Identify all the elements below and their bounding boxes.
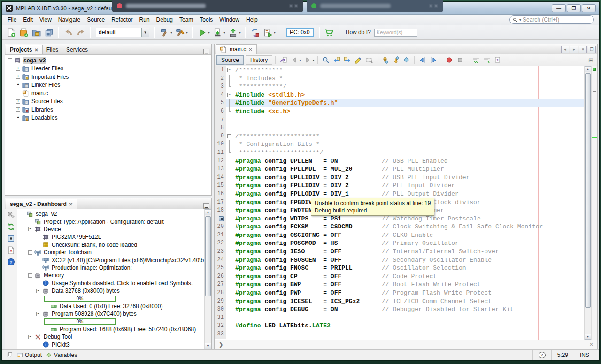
line-number-gutter[interactable]: 28 <box>215 289 226 297</box>
code-text[interactable]: #pragma config FCKSM = CSDCMD // Clock S… <box>233 223 597 231</box>
code-line[interactable]: 22#pragma config POSCMOD = HS // Primary… <box>215 239 597 248</box>
code-line[interactable]: #pragma config WDTPS = PS1 // Watchdog T… <box>215 215 597 223</box>
line-number-gutter[interactable]: 15 <box>215 182 226 190</box>
scroll-up-icon[interactable]: ▲ <box>585 66 591 72</box>
code-text[interactable]: /************ <box>233 66 597 75</box>
dropdown-arrow-icon[interactable]: ▾ <box>299 58 301 62</box>
code-line[interactable]: 7 <box>215 116 597 124</box>
output-window-button[interactable]: Output <box>16 352 42 358</box>
tree-row[interactable]: −Compiler Toolchain <box>17 249 204 256</box>
menu-debug[interactable]: Debug <box>153 15 176 24</box>
dashboard-tab-close-icon[interactable]: ✕ <box>69 202 73 207</box>
code-line[interactable]: 8 <box>215 124 597 132</box>
fold-column[interactable] <box>226 273 233 281</box>
menu-view[interactable]: View <box>36 15 55 24</box>
scroll-down-icon[interactable]: ▼ <box>205 343 211 349</box>
fold-column[interactable] <box>226 99 233 107</box>
tab-scroll-right-icon[interactable]: ▸ <box>570 46 578 53</box>
code-text[interactable]: #include <stdlib.h> <box>233 91 597 99</box>
find-next-button[interactable] <box>342 55 352 65</box>
tab-files[interactable]: Files <box>43 45 62 54</box>
expand-handle-icon[interactable]: + <box>16 99 20 104</box>
fold-column[interactable] <box>226 231 233 240</box>
tree-row[interactable]: Checksum: Blank, no code loaded <box>17 241 204 249</box>
line-number-gutter[interactable]: 18 <box>215 206 226 215</box>
breakpoints-icon[interactable] <box>7 235 15 243</box>
tree-row[interactable]: −Device <box>17 226 204 233</box>
line-number-gutter[interactable]: 20 <box>215 223 226 231</box>
code-line[interactable]: 11 **********************/ <box>215 149 597 157</box>
code-line[interactable]: 6#include <xc.h> <box>215 107 597 116</box>
next-occurrence-button[interactable] <box>391 55 401 65</box>
code-text[interactable]: #pragma config UPLLEN = ON // USB PLL En… <box>233 157 597 166</box>
code-line[interactable]: 27#pragma config BWP = OFF // Boot Flash… <box>215 281 597 289</box>
fold-column[interactable] <box>226 239 233 248</box>
menu-refactor[interactable]: Refactor <box>108 15 136 24</box>
error-stripe[interactable] <box>591 66 597 340</box>
collapse-handle-icon[interactable]: − <box>28 227 32 231</box>
source-view-button[interactable]: Source <box>216 55 244 65</box>
code-text[interactable]: #pragma config FPLLIDIV = DIV_2 // PLL I… <box>233 182 597 190</box>
fold-column[interactable]: − <box>226 66 233 75</box>
help-on-code-button[interactable]: ? <box>493 55 502 65</box>
line-number-gutter[interactable]: 27 <box>215 281 226 289</box>
debug-list-button[interactable] <box>262 27 273 38</box>
comment-button[interactable] <box>471 55 481 65</box>
fold-column[interactable] <box>226 107 233 116</box>
line-number-gutter[interactable]: 17 <box>215 198 226 207</box>
collapse-handle-icon[interactable]: − <box>28 250 32 255</box>
refresh-debug-button[interactable] <box>249 27 261 38</box>
code-line[interactable]: 4−#include <stdlib.h> <box>215 91 597 99</box>
code-line[interactable]: 23#pragma config IESO = OFF // Internal/… <box>215 248 597 256</box>
fold-column[interactable] <box>226 75 233 83</box>
changed-line-mark[interactable] <box>592 137 597 138</box>
collapse-handle-icon[interactable]: − <box>28 273 32 278</box>
code-text[interactable]: #pragma config OSCIOFNC = OFF // CLKO En… <box>233 231 597 240</box>
code-line[interactable]: 13#pragma config FPLLMUL = MUL_20 // PLL… <box>215 165 597 174</box>
code-line[interactable]: 10 * Configuration Bits * <box>215 140 597 149</box>
line-number-gutter[interactable] <box>215 215 226 223</box>
tab-dashboard[interactable]: sega_v2 - Dashboard ✕ <box>6 199 77 209</box>
collapse-handle-icon[interactable]: − <box>28 335 32 339</box>
search-input[interactable] <box>523 16 591 23</box>
scrollbar-thumb[interactable] <box>205 216 211 296</box>
tree-row[interactable]: XC32 (v1.40) [C:\Program Files (x86)\Mic… <box>17 256 204 264</box>
fold-collapse-icon[interactable]: − <box>227 134 231 138</box>
fold-column[interactable] <box>226 330 233 339</box>
code-text[interactable]: #pragma config UPLLIDIV = DIV_2 // USB P… <box>233 174 597 182</box>
stop-macro-button[interactable] <box>455 55 465 65</box>
code-text[interactable]: * Includes * <box>233 75 597 83</box>
tree-row[interactable]: +Loadables <box>5 114 211 122</box>
tab-services[interactable]: Services <box>62 45 92 54</box>
line-number-gutter[interactable]: 8 <box>215 124 226 132</box>
tree-row[interactable]: PICkit3 <box>17 341 204 349</box>
redo-button[interactable] <box>75 27 86 38</box>
dropdown-arrow-icon[interactable]: ▾ <box>239 30 241 35</box>
line-number-gutter[interactable]: 14 <box>215 174 226 182</box>
save-all-button[interactable] <box>43 27 54 38</box>
line-number-gutter[interactable]: 21 <box>215 231 226 240</box>
dropdown-arrow-icon[interactable]: ▾ <box>223 30 225 35</box>
fold-column[interactable] <box>226 83 233 91</box>
menu-file[interactable]: File <box>4 15 20 24</box>
code-line[interactable]: 28#pragma config PWP = OFF // Program Fl… <box>215 289 597 297</box>
code-text[interactable]: ************/ <box>233 83 597 91</box>
editor-scrollbar[interactable]: ▲ ▼ <box>584 66 591 340</box>
code-line[interactable]: 30#pragma config DEBUG = ON // Debugger … <box>215 305 597 314</box>
code-line[interactable]: 3 ************/ <box>215 83 597 91</box>
line-number-gutter[interactable]: 11 <box>215 149 226 157</box>
line-number-gutter[interactable]: 6 <box>215 107 226 116</box>
build-button[interactable] <box>159 27 170 38</box>
undo-button[interactable] <box>62 27 74 38</box>
pdf-icon[interactable]: A <box>7 246 15 255</box>
tree-row[interactable]: −Debug Tool <box>17 333 204 341</box>
tab-close-icon[interactable]: ✕ <box>34 47 38 53</box>
fold-column[interactable] <box>226 289 233 297</box>
code-line[interactable]: 20#pragma config FCKSM = CSDCMD // Clock… <box>215 223 597 231</box>
fold-column[interactable] <box>226 248 233 256</box>
tree-row[interactable]: Data Used: 0 (0x0) Free: 32768 (0x8000) <box>17 303 204 310</box>
code-area[interactable]: 1−/************2 * Includes *3 *********… <box>215 66 597 340</box>
dashboard-scrollbar[interactable]: ▲ ▼ <box>204 209 211 349</box>
tab-projects[interactable]: Projects✕ <box>6 45 43 54</box>
fold-column[interactable] <box>226 305 233 314</box>
